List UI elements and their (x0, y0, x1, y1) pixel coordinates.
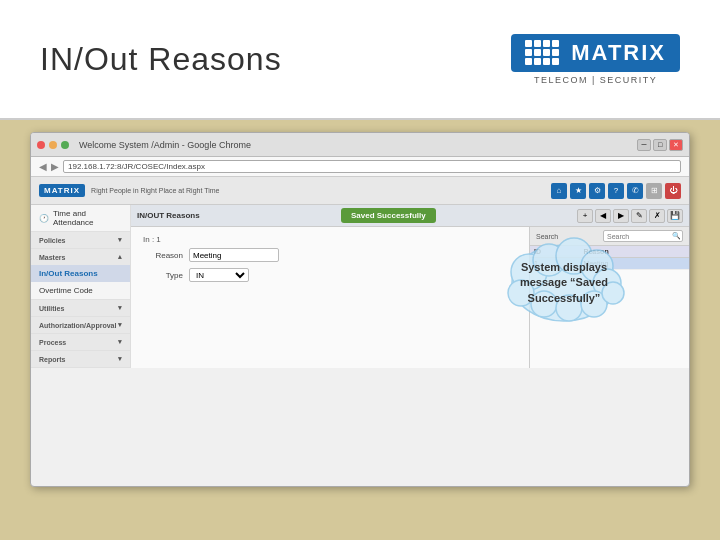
add-button[interactable]: + (577, 209, 593, 223)
reason-input[interactable] (189, 248, 279, 262)
browser-minimize-btn[interactable] (49, 141, 57, 149)
browser-ctrl-2[interactable]: □ (653, 139, 667, 151)
logo-name: MATRIX (571, 40, 666, 66)
page-title: IN/Out Reasons (40, 41, 282, 78)
delete-button[interactable]: ✗ (649, 209, 665, 223)
masters-header[interactable]: Masters ▴ (31, 249, 130, 265)
logo-grid-icon (525, 40, 559, 65)
process-header[interactable]: Process ▾ (31, 334, 130, 350)
star-icon[interactable]: ★ (570, 183, 586, 199)
matrix-logo: MATRIX TELECOM | SECURITY (511, 34, 680, 85)
prev-button[interactable]: ◀ (595, 209, 611, 223)
sidebar-item-time[interactable]: 🕐 Time andAttendance (31, 205, 130, 231)
reason-row: Reason (143, 248, 517, 262)
forward-icon[interactable]: ▶ (51, 161, 59, 172)
reports-header[interactable]: Reports ▾ (31, 351, 130, 367)
app-header: MATRIX Right People in Right Place at Ri… (31, 177, 689, 205)
chevron-down-icon-4: ▾ (118, 338, 122, 346)
sidebar-time-label: Time andAttendance (53, 209, 93, 227)
toolbar-buttons: + ◀ ▶ ✎ ✗ 💾 (577, 209, 683, 223)
chevron-down-icon-5: ▾ (118, 355, 122, 363)
utilities-label: Utilities (39, 305, 64, 312)
bottom-area (0, 487, 720, 537)
app-logo-area: MATRIX Right People in Right Place at Ri… (39, 184, 219, 197)
grid-icon[interactable]: ⊞ (646, 183, 662, 199)
form-id-row: In : 1 (143, 235, 517, 244)
id-value: 1 (156, 235, 160, 244)
gear-icon[interactable]: ⚙ (589, 183, 605, 199)
sidebar-section-utilities: Utilities ▾ (31, 300, 130, 317)
logo-box: MATRIX (511, 34, 680, 72)
app-header-icons: ⌂ ★ ⚙ ? ✆ ⊞ ⏻ (551, 183, 681, 199)
sidebar-item-overtime[interactable]: Overtime Code (31, 282, 130, 299)
content-area: IN/OUT Reasons Saved Successfully + ◀ ▶ … (131, 205, 689, 368)
app-logo: MATRIX (39, 184, 85, 197)
success-toast: Saved Successfully (341, 208, 436, 223)
auth-label: Authorization/Approval (39, 322, 116, 329)
main-layout: 🕐 Time andAttendance Policies ▾ Masters … (31, 205, 689, 368)
chevron-up-icon: ▴ (118, 253, 122, 261)
search-icon: 🔍 (672, 232, 681, 240)
next-button[interactable]: ▶ (613, 209, 629, 223)
chevron-down-icon-2: ▾ (118, 304, 122, 312)
sidebar-section-process: Process ▾ (31, 334, 130, 351)
browser-controls: ─ □ ✕ (637, 139, 683, 151)
sidebar-item-inout-reasons[interactable]: In/Out Reasons (31, 265, 130, 282)
utilities-header[interactable]: Utilities ▾ (31, 300, 130, 316)
cloud-callout: System displays message “Saved Successfu… (499, 228, 629, 338)
chevron-down-icon-3: ▾ (118, 321, 122, 329)
form-area: In : 1 Reason Type IN OUT (131, 227, 529, 368)
chevron-down-icon: ▾ (118, 236, 122, 244)
power-icon[interactable]: ⏻ (665, 183, 681, 199)
toolbar-title: IN/OUT Reasons (137, 211, 200, 220)
sidebar-section-time: 🕐 Time andAttendance (31, 205, 130, 232)
browser-title: Welcome System /Admin - Google Chrome (79, 140, 251, 150)
type-label: Type (143, 271, 183, 280)
content-toolbar: IN/OUT Reasons Saved Successfully + ◀ ▶ … (131, 205, 689, 227)
policies-header[interactable]: Policies ▾ (31, 232, 130, 248)
sidebar-overtime-label: Overtime Code (39, 286, 93, 295)
browser-chrome: Welcome System /Admin - Google Chrome ─ … (31, 133, 689, 157)
page-header: IN/Out Reasons MATRIX TELECOM | SECURITY (0, 0, 720, 120)
type-row: Type IN OUT (143, 268, 517, 282)
masters-label: Masters (39, 254, 65, 261)
id-label: In : (143, 235, 154, 244)
edit-button[interactable]: ✎ (631, 209, 647, 223)
reports-label: Reports (39, 356, 65, 363)
save-button[interactable]: 💾 (667, 209, 683, 223)
cloud-text: System displays message “Saved Successfu… (514, 260, 614, 306)
logo-tagline: TELECOM | SECURITY (534, 75, 657, 85)
help-icon[interactable]: ? (608, 183, 624, 199)
clock-icon: 🕐 (39, 214, 49, 223)
home-icon[interactable]: ⌂ (551, 183, 567, 199)
sidebar-section-auth: Authorization/Approval ▾ (31, 317, 130, 334)
sidebar-section-reports: Reports ▾ (31, 351, 130, 368)
browser-ctrl-3[interactable]: ✕ (669, 139, 683, 151)
sidebar: 🕐 Time andAttendance Policies ▾ Masters … (31, 205, 131, 368)
auth-header[interactable]: Authorization/Approval ▾ (31, 317, 130, 333)
sidebar-section-policies: Policies ▾ (31, 232, 130, 249)
reason-label: Reason (143, 251, 183, 260)
back-icon[interactable]: ◀ (39, 161, 47, 172)
address-bar: ◀ ▶ 192.168.1.72:8/JR/COSEC/Index.aspx (31, 157, 689, 177)
browser-window: Welcome System /Admin - Google Chrome ─ … (30, 132, 690, 487)
app-tagline: Right People in Right Place at Right Tim… (91, 187, 219, 194)
browser-maximize-btn[interactable] (61, 141, 69, 149)
browser-close-btn[interactable] (37, 141, 45, 149)
type-select[interactable]: IN OUT (189, 268, 249, 282)
sidebar-inout-label: In/Out Reasons (39, 269, 98, 278)
process-label: Process (39, 339, 66, 346)
sidebar-section-masters: Masters ▴ In/Out Reasons Overtime Code (31, 249, 130, 300)
url-input[interactable]: 192.168.1.72:8/JR/COSEC/Index.aspx (63, 160, 681, 173)
phone-icon[interactable]: ✆ (627, 183, 643, 199)
browser-ctrl-1[interactable]: ─ (637, 139, 651, 151)
